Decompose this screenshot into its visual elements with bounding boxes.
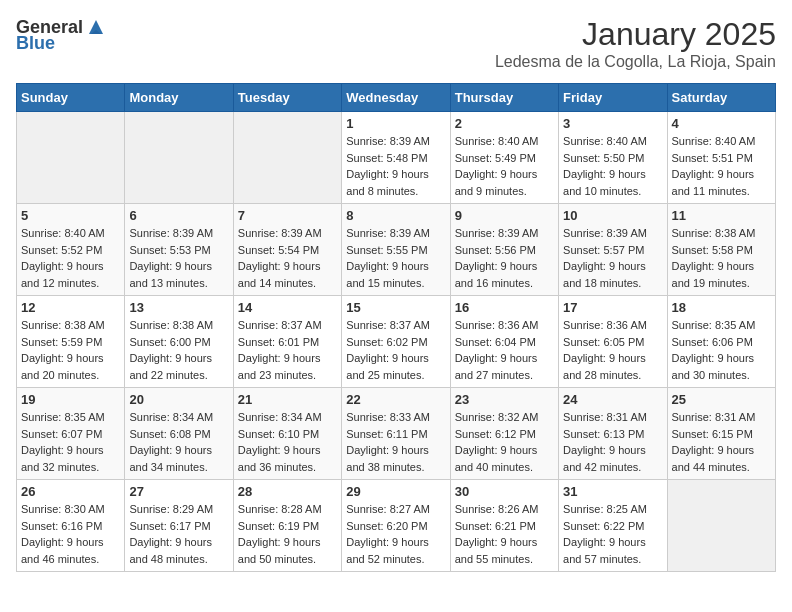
day-number: 7 (238, 208, 337, 223)
day-info: Sunrise: 8:34 AMSunset: 6:08 PMDaylight:… (129, 409, 228, 475)
calendar-cell: 4Sunrise: 8:40 AMSunset: 5:51 PMDaylight… (667, 112, 775, 204)
day-number: 12 (21, 300, 120, 315)
day-number: 3 (563, 116, 662, 131)
logo-blue: Blue (16, 34, 55, 52)
calendar-cell: 26Sunrise: 8:30 AMSunset: 6:16 PMDayligh… (17, 480, 125, 572)
day-number: 6 (129, 208, 228, 223)
day-info: Sunrise: 8:39 AMSunset: 5:54 PMDaylight:… (238, 225, 337, 291)
calendar-week-row: 12Sunrise: 8:38 AMSunset: 5:59 PMDayligh… (17, 296, 776, 388)
calendar-cell: 13Sunrise: 8:38 AMSunset: 6:00 PMDayligh… (125, 296, 233, 388)
day-number: 1 (346, 116, 445, 131)
calendar-cell: 15Sunrise: 8:37 AMSunset: 6:02 PMDayligh… (342, 296, 450, 388)
day-number: 27 (129, 484, 228, 499)
day-info: Sunrise: 8:31 AMSunset: 6:13 PMDaylight:… (563, 409, 662, 475)
day-number: 5 (21, 208, 120, 223)
calendar-week-row: 5Sunrise: 8:40 AMSunset: 5:52 PMDaylight… (17, 204, 776, 296)
calendar-cell: 30Sunrise: 8:26 AMSunset: 6:21 PMDayligh… (450, 480, 558, 572)
day-info: Sunrise: 8:29 AMSunset: 6:17 PMDaylight:… (129, 501, 228, 567)
day-of-week-header: Wednesday (342, 84, 450, 112)
logo-icon (85, 16, 107, 38)
calendar-table: SundayMondayTuesdayWednesdayThursdayFrid… (16, 83, 776, 572)
day-info: Sunrise: 8:39 AMSunset: 5:53 PMDaylight:… (129, 225, 228, 291)
calendar-cell (667, 480, 775, 572)
day-number: 30 (455, 484, 554, 499)
day-info: Sunrise: 8:37 AMSunset: 6:01 PMDaylight:… (238, 317, 337, 383)
calendar-cell: 27Sunrise: 8:29 AMSunset: 6:17 PMDayligh… (125, 480, 233, 572)
day-info: Sunrise: 8:38 AMSunset: 5:59 PMDaylight:… (21, 317, 120, 383)
day-info: Sunrise: 8:33 AMSunset: 6:11 PMDaylight:… (346, 409, 445, 475)
month-title: January 2025 (495, 16, 776, 53)
day-number: 11 (672, 208, 771, 223)
day-number: 21 (238, 392, 337, 407)
day-number: 29 (346, 484, 445, 499)
day-number: 19 (21, 392, 120, 407)
day-number: 15 (346, 300, 445, 315)
day-info: Sunrise: 8:37 AMSunset: 6:02 PMDaylight:… (346, 317, 445, 383)
day-info: Sunrise: 8:36 AMSunset: 6:04 PMDaylight:… (455, 317, 554, 383)
day-info: Sunrise: 8:39 AMSunset: 5:57 PMDaylight:… (563, 225, 662, 291)
calendar-week-row: 1Sunrise: 8:39 AMSunset: 5:48 PMDaylight… (17, 112, 776, 204)
day-info: Sunrise: 8:39 AMSunset: 5:56 PMDaylight:… (455, 225, 554, 291)
day-info: Sunrise: 8:34 AMSunset: 6:10 PMDaylight:… (238, 409, 337, 475)
calendar-cell: 25Sunrise: 8:31 AMSunset: 6:15 PMDayligh… (667, 388, 775, 480)
calendar-cell: 18Sunrise: 8:35 AMSunset: 6:06 PMDayligh… (667, 296, 775, 388)
calendar-cell: 3Sunrise: 8:40 AMSunset: 5:50 PMDaylight… (559, 112, 667, 204)
day-number: 17 (563, 300, 662, 315)
day-number: 18 (672, 300, 771, 315)
day-number: 9 (455, 208, 554, 223)
logo: General Blue (16, 16, 107, 52)
day-number: 28 (238, 484, 337, 499)
header-row: SundayMondayTuesdayWednesdayThursdayFrid… (17, 84, 776, 112)
calendar-cell: 11Sunrise: 8:38 AMSunset: 5:58 PMDayligh… (667, 204, 775, 296)
calendar-cell: 16Sunrise: 8:36 AMSunset: 6:04 PMDayligh… (450, 296, 558, 388)
calendar-cell: 12Sunrise: 8:38 AMSunset: 5:59 PMDayligh… (17, 296, 125, 388)
day-info: Sunrise: 8:36 AMSunset: 6:05 PMDaylight:… (563, 317, 662, 383)
day-info: Sunrise: 8:40 AMSunset: 5:50 PMDaylight:… (563, 133, 662, 199)
day-number: 16 (455, 300, 554, 315)
calendar-cell: 1Sunrise: 8:39 AMSunset: 5:48 PMDaylight… (342, 112, 450, 204)
day-of-week-header: Saturday (667, 84, 775, 112)
day-info: Sunrise: 8:31 AMSunset: 6:15 PMDaylight:… (672, 409, 771, 475)
day-info: Sunrise: 8:39 AMSunset: 5:55 PMDaylight:… (346, 225, 445, 291)
day-number: 25 (672, 392, 771, 407)
day-of-week-header: Thursday (450, 84, 558, 112)
calendar-cell (125, 112, 233, 204)
calendar-header: SundayMondayTuesdayWednesdayThursdayFrid… (17, 84, 776, 112)
calendar-cell: 14Sunrise: 8:37 AMSunset: 6:01 PMDayligh… (233, 296, 341, 388)
day-info: Sunrise: 8:38 AMSunset: 5:58 PMDaylight:… (672, 225, 771, 291)
day-number: 31 (563, 484, 662, 499)
day-info: Sunrise: 8:28 AMSunset: 6:19 PMDaylight:… (238, 501, 337, 567)
day-info: Sunrise: 8:35 AMSunset: 6:06 PMDaylight:… (672, 317, 771, 383)
day-of-week-header: Tuesday (233, 84, 341, 112)
calendar-week-row: 19Sunrise: 8:35 AMSunset: 6:07 PMDayligh… (17, 388, 776, 480)
calendar-body: 1Sunrise: 8:39 AMSunset: 5:48 PMDaylight… (17, 112, 776, 572)
calendar-cell (17, 112, 125, 204)
calendar-cell: 22Sunrise: 8:33 AMSunset: 6:11 PMDayligh… (342, 388, 450, 480)
day-number: 13 (129, 300, 228, 315)
day-info: Sunrise: 8:35 AMSunset: 6:07 PMDaylight:… (21, 409, 120, 475)
page-header: General Blue January 2025 Ledesma de la … (16, 16, 776, 71)
calendar-cell: 9Sunrise: 8:39 AMSunset: 5:56 PMDaylight… (450, 204, 558, 296)
day-of-week-header: Friday (559, 84, 667, 112)
day-number: 10 (563, 208, 662, 223)
day-number: 4 (672, 116, 771, 131)
day-info: Sunrise: 8:40 AMSunset: 5:51 PMDaylight:… (672, 133, 771, 199)
calendar-cell: 6Sunrise: 8:39 AMSunset: 5:53 PMDaylight… (125, 204, 233, 296)
calendar-cell: 8Sunrise: 8:39 AMSunset: 5:55 PMDaylight… (342, 204, 450, 296)
day-info: Sunrise: 8:40 AMSunset: 5:49 PMDaylight:… (455, 133, 554, 199)
calendar-cell: 5Sunrise: 8:40 AMSunset: 5:52 PMDaylight… (17, 204, 125, 296)
day-number: 8 (346, 208, 445, 223)
calendar-cell: 10Sunrise: 8:39 AMSunset: 5:57 PMDayligh… (559, 204, 667, 296)
location-subtitle: Ledesma de la Cogolla, La Rioja, Spain (495, 53, 776, 71)
calendar-cell: 20Sunrise: 8:34 AMSunset: 6:08 PMDayligh… (125, 388, 233, 480)
day-number: 22 (346, 392, 445, 407)
day-info: Sunrise: 8:25 AMSunset: 6:22 PMDaylight:… (563, 501, 662, 567)
day-info: Sunrise: 8:32 AMSunset: 6:12 PMDaylight:… (455, 409, 554, 475)
day-of-week-header: Monday (125, 84, 233, 112)
day-number: 14 (238, 300, 337, 315)
calendar-cell: 28Sunrise: 8:28 AMSunset: 6:19 PMDayligh… (233, 480, 341, 572)
calendar-cell: 31Sunrise: 8:25 AMSunset: 6:22 PMDayligh… (559, 480, 667, 572)
calendar-cell: 21Sunrise: 8:34 AMSunset: 6:10 PMDayligh… (233, 388, 341, 480)
day-number: 26 (21, 484, 120, 499)
day-of-week-header: Sunday (17, 84, 125, 112)
